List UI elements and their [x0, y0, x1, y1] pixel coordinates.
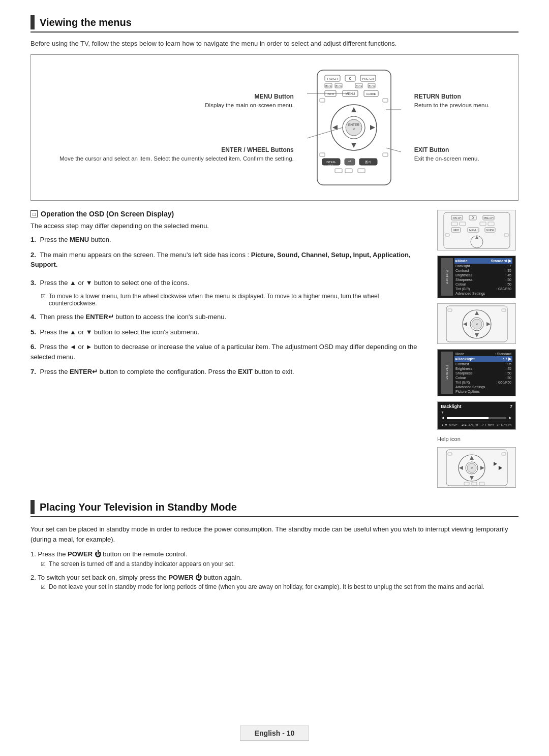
svg-rect-55 [451, 222, 458, 226]
svg-marker-92 [499, 466, 502, 470]
backlight-value: 7 [510, 404, 512, 409]
svg-text:图기: 图기 [365, 161, 371, 164]
right-annotations: RETURN Button Return to the previous men… [414, 74, 490, 181]
svg-rect-81 [448, 453, 452, 455]
svg-rect-21 [320, 99, 325, 102]
exit-desc: Exit the on-screen menu. [414, 155, 479, 162]
svg-text:0: 0 [349, 76, 352, 81]
svg-text:INFO: INFO [453, 229, 459, 232]
return-button-annotation: RETURN Button Return to the previous men… [414, 92, 490, 109]
svg-marker-26 [351, 143, 356, 148]
svg-text:↵: ↵ [470, 466, 473, 469]
menu-button-desc: Display the main on-screen menu. [205, 102, 294, 108]
osd-title: Operation the OSD (On Screen Display) [41, 210, 174, 218]
standby-step-2: 2. To switch your set back on, simply pr… [30, 573, 518, 592]
svg-rect-95 [479, 482, 484, 485]
page: Viewing the menus Before using the TV, f… [0, 0, 549, 756]
svg-marker-88 [480, 466, 484, 470]
osd-step-3: 3. Press the ▲ or ▼ button to select one… [30, 278, 427, 288]
return-label: RETURN Button [414, 93, 461, 100]
standby-title: Placing Your Television in Standby Mode [40, 501, 237, 513]
section-title-viewing: Viewing the menus [40, 17, 132, 28]
svg-rect-93 [464, 482, 469, 485]
standby-note-2: ☑ Do not leave your set in standby mode … [41, 582, 518, 591]
enter-desc: Move the cursor and select an item. Sele… [59, 155, 294, 162]
osd-step-7: 7. Press the ENTER↵ button to complete t… [30, 367, 427, 377]
svg-text:图기1: 图기1 [335, 84, 342, 87]
svg-line-47 [386, 148, 401, 158]
svg-rect-56 [460, 222, 466, 226]
section-header-viewing: Viewing the menus [30, 15, 518, 33]
osd-section: □ Operation the OSD (On Screen Display) … [30, 210, 518, 488]
osd-step-1: 1. Press the MENU button. [30, 235, 427, 245]
osd-steps: 1. Press the MENU button. 2. The main me… [30, 235, 427, 377]
osd-content: □ Operation the OSD (On Screen Display) … [30, 210, 427, 488]
menu-button-label: MENU Button [254, 93, 293, 100]
note-icon-2: ☑ [41, 583, 46, 591]
standby-note-2-text: Do not leave your set in standby mode fo… [49, 582, 484, 591]
svg-rect-66 [504, 234, 508, 236]
svg-marker-77 [486, 322, 491, 326]
svg-rect-22 [383, 99, 388, 102]
svg-text:GUIDE: GUIDE [366, 92, 376, 96]
svg-text:MENU: MENU [469, 229, 477, 232]
svg-marker-74 [475, 311, 479, 315]
intro-text: Before using the TV, follow the steps be… [30, 40, 518, 47]
footer-badge: English - 10 [240, 726, 310, 741]
mock-screen-2: Picture Mode: Standard ▸Backlight: 7 ▶ C… [437, 349, 516, 396]
svg-line-45 [307, 128, 343, 150]
bl-slider: ◄ ► [441, 416, 512, 420]
svg-rect-71 [502, 309, 506, 311]
menu-button-annotation: MENU Button Display the main on-screen m… [205, 92, 294, 109]
remote-control-diagram: FAV.CH 0 PRE-CH 图기1 图기1 图기1 图기 [307, 69, 401, 186]
standby-section: Placing Your Television in Standby Mode … [30, 500, 518, 591]
osd-subsection-title: □ Operation the OSD (On Screen Display) [30, 210, 427, 218]
osd-step-6: 6. Press the ◄ or ► button to decrease o… [30, 342, 427, 362]
svg-rect-70 [448, 309, 452, 311]
slider-fill [447, 417, 489, 419]
svg-text:0: 0 [472, 216, 474, 219]
footer-label: English - 10 [255, 729, 295, 737]
mock-screen-1: Picture ▸ModeStandard ▶ Backlight: 7 Con… [437, 256, 516, 298]
svg-text:↵: ↵ [475, 323, 478, 326]
svg-rect-32 [320, 153, 325, 156]
svg-text:INFO: INFO [327, 92, 334, 96]
svg-text:图기1: 图기1 [368, 84, 375, 87]
svg-text:GUIDE: GUIDE [486, 229, 495, 232]
svg-marker-86 [470, 476, 474, 480]
help-icon-label-text: Help icon [437, 436, 518, 442]
bl-nav: ▲▼ Move ◄► Adjust ↵ Enter ↩ Return [441, 422, 512, 427]
svg-marker-91 [494, 462, 497, 466]
osd-subtitle: The access step may differ depending on … [30, 222, 427, 230]
svg-rect-94 [472, 482, 477, 485]
svg-text:INTER-: INTER- [326, 161, 336, 164]
svg-text:NET: NET [328, 164, 333, 167]
exit-label: EXIT Button [414, 146, 449, 153]
remote-diagram: MENU Button Display the main on-screen m… [30, 54, 518, 201]
osd-step-4: 4. Then press the ENTER↵ button to acces… [30, 312, 427, 322]
svg-text:FAV.CH: FAV.CH [452, 216, 462, 219]
osd-note-3: ☑ To move to a lower menu, turn the whee… [41, 293, 427, 307]
note-icon: ☑ [41, 293, 46, 300]
standby-steps: 1. Press the POWER ⏻ button on the remot… [30, 549, 518, 591]
osd-images: FAV.CH 0 PRE-CH INFO MENU GUI [437, 210, 518, 488]
enter-label: ENTER / WHEEL Buttons [221, 146, 293, 153]
svg-text:PRE-CH: PRE-CH [483, 216, 494, 219]
section-bar [30, 15, 35, 29]
standby-note-1-text: The screen is turned off and a standby i… [49, 559, 235, 569]
svg-rect-65 [445, 234, 449, 236]
svg-rect-41 [335, 169, 342, 173]
svg-marker-68 [475, 236, 478, 239]
svg-text:PRE-CH: PRE-CH [362, 77, 374, 80]
backlight-screen: Backlight 7 ▼ ◄ ► ▲▼ Move ◄► Adjust ↵ En… [437, 401, 516, 430]
remote-mini-top: FAV.CH 0 PRE-CH INFO MENU GUI [437, 210, 516, 250]
enter-button-annotation: ENTER / WHEEL Buttons Move the cursor an… [59, 146, 294, 163]
svg-rect-42 [345, 169, 352, 173]
remote-mini-wheel: ↵ [437, 303, 516, 344]
svg-text:FAV.CH: FAV.CH [327, 77, 338, 80]
standby-note-1: ☑ The screen is turned off and a standby… [41, 559, 518, 569]
slider-bar [447, 417, 506, 419]
footer: English - 10 [0, 726, 549, 741]
svg-marker-87 [459, 466, 463, 470]
section-bar-standby [30, 500, 35, 514]
